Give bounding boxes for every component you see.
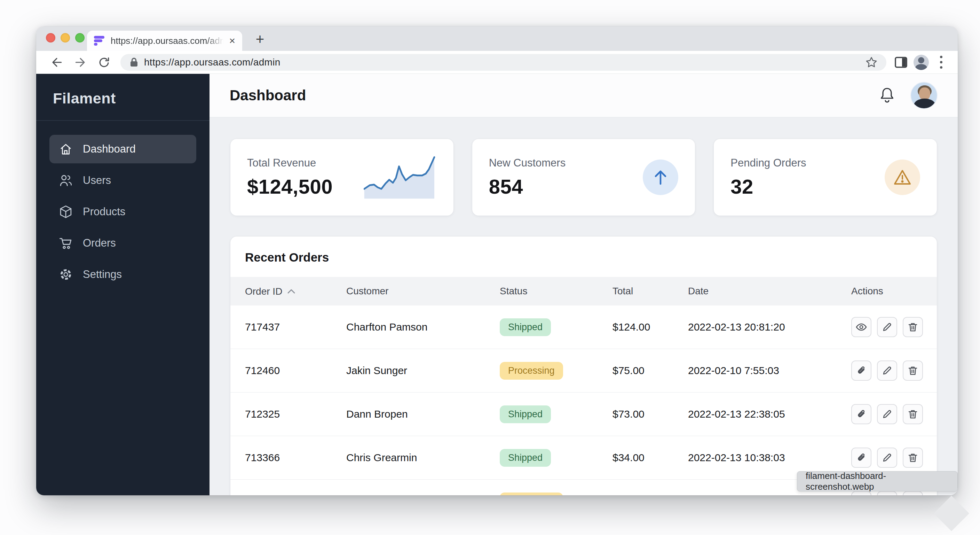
recent-orders-panel: Recent Orders Order ID Customer Status bbox=[231, 236, 937, 495]
trash-icon bbox=[907, 452, 918, 463]
edit-button[interactable] bbox=[877, 361, 897, 381]
column-header-customer[interactable]: Customer bbox=[346, 277, 500, 305]
total-cell: $39.00 bbox=[612, 480, 688, 496]
row-actions bbox=[851, 447, 937, 468]
page-title: Dashboard bbox=[230, 87, 306, 104]
forward-button[interactable] bbox=[70, 52, 91, 72]
browser-menu-icon[interactable] bbox=[935, 56, 947, 69]
close-window-button[interactable] bbox=[46, 33, 55, 43]
screen: https://app.oursaas.com/adm × + https://… bbox=[0, 0, 980, 535]
order-id-cell: 712325 bbox=[231, 393, 346, 436]
stat-value: 854 bbox=[489, 175, 566, 198]
date-cell: 2022-02-13 20:81:20 bbox=[688, 305, 851, 349]
column-header-status[interactable]: Status bbox=[500, 277, 612, 305]
tab-strip: https://app.oursaas.com/adm × + bbox=[36, 27, 958, 51]
status-badge: Processing bbox=[500, 492, 563, 496]
page-header: Dashboard bbox=[210, 74, 958, 117]
row-actions bbox=[851, 404, 937, 424]
sidebar-divider bbox=[36, 120, 210, 121]
delete-button[interactable] bbox=[903, 317, 923, 337]
paperclip-icon bbox=[856, 365, 867, 376]
table-row: 712460 Jakin Sunger Processing $75.00 20… bbox=[231, 349, 937, 393]
stat-label: Pending Orders bbox=[730, 157, 806, 169]
warning-icon bbox=[885, 160, 920, 195]
users-icon bbox=[59, 173, 73, 188]
new-tab-button[interactable]: + bbox=[252, 31, 268, 47]
side-panel-icon[interactable] bbox=[895, 57, 907, 68]
customer-cell: Charfton Pamson bbox=[346, 305, 500, 349]
user-avatar[interactable] bbox=[910, 82, 937, 109]
row-actions bbox=[851, 317, 937, 337]
stat-card-pending-orders: Pending Orders 32 bbox=[714, 139, 937, 216]
sidebar-item-orders[interactable]: Orders bbox=[49, 229, 196, 257]
stat-label: New Customers bbox=[489, 157, 566, 169]
sidebar-item-products[interactable]: Products bbox=[49, 198, 196, 226]
status-badge: Shipped bbox=[500, 449, 551, 467]
notifications-bell-icon[interactable] bbox=[879, 87, 895, 104]
sidebar-item-label: Settings bbox=[83, 268, 122, 281]
edit-button[interactable] bbox=[877, 404, 897, 424]
bookmark-star-icon[interactable] bbox=[865, 56, 877, 68]
sidebar-item-dashboard[interactable]: Dashboard bbox=[49, 135, 196, 163]
lock-icon[interactable] bbox=[129, 57, 138, 67]
stat-label: Total Revenue bbox=[247, 157, 333, 169]
column-header-actions: Actions bbox=[851, 277, 937, 305]
customer-cell: Jakin Sunger bbox=[346, 349, 500, 393]
pencil-icon bbox=[881, 452, 892, 463]
filename-tooltip: filament-dashboard-screenshot.webp bbox=[797, 471, 958, 492]
view-button[interactable] bbox=[851, 317, 872, 337]
total-cell: $124.00 bbox=[612, 305, 688, 349]
table-row: 717437 Charfton Pamson Shipped $124.00 2… bbox=[231, 305, 937, 349]
sidebar: Filament Dashboard Users Products Orders bbox=[36, 74, 210, 495]
stat-cards: Total Revenue $124,500 New Customers bbox=[231, 139, 937, 216]
delete-button[interactable] bbox=[903, 404, 923, 424]
column-header-order-id[interactable]: Order ID bbox=[231, 277, 346, 305]
url-text[interactable]: https://app.oursaas.com/admin bbox=[144, 57, 860, 68]
main-area: Dashboard Total Revenue $124,500 bbox=[210, 74, 958, 495]
zoom-window-button[interactable] bbox=[75, 33, 84, 43]
recent-orders-title: Recent Orders bbox=[231, 236, 937, 277]
close-tab-icon[interactable]: × bbox=[229, 35, 235, 46]
stat-value: 32 bbox=[730, 175, 806, 198]
app-logo: Filament bbox=[53, 90, 196, 107]
orders-table: Order ID Customer Status Total Date Acti… bbox=[231, 277, 937, 495]
paperclip-icon bbox=[856, 452, 867, 463]
sidebar-item-users[interactable]: Users bbox=[49, 166, 196, 195]
column-header-total[interactable]: Total bbox=[612, 277, 688, 305]
sort-ascending-icon bbox=[287, 285, 296, 296]
sidebar-item-label: Orders bbox=[83, 237, 116, 249]
corner-watermark bbox=[934, 496, 969, 531]
total-cell: $75.00 bbox=[612, 349, 688, 393]
sidebar-item-settings[interactable]: Settings bbox=[49, 260, 196, 289]
minimize-window-button[interactable] bbox=[60, 33, 70, 43]
delete-button[interactable] bbox=[903, 361, 923, 381]
browser-toolbar: https://app.oursaas.com/admin bbox=[36, 51, 958, 74]
browser-tab[interactable]: https://app.oursaas.com/adm × bbox=[87, 30, 242, 51]
browser-profile-avatar[interactable] bbox=[913, 55, 929, 70]
order-id-cell: 717437 bbox=[231, 305, 346, 349]
edit-button[interactable] bbox=[877, 447, 897, 468]
url-bar[interactable]: https://app.oursaas.com/admin bbox=[121, 54, 886, 71]
tab-title: https://app.oursaas.com/adm bbox=[111, 35, 223, 46]
order-id-cell: 712460 bbox=[231, 349, 346, 393]
box-icon bbox=[59, 204, 73, 219]
window-controls bbox=[46, 33, 84, 43]
back-button[interactable] bbox=[47, 52, 67, 72]
attachment-button[interactable] bbox=[851, 361, 872, 381]
status-badge: Shipped bbox=[500, 406, 551, 423]
pencil-icon bbox=[881, 321, 892, 333]
reload-button[interactable] bbox=[94, 52, 114, 72]
eye-icon bbox=[856, 321, 867, 333]
cart-icon bbox=[59, 236, 73, 251]
date-cell: 2022-02-13 22:38:05 bbox=[688, 393, 851, 436]
delete-button[interactable] bbox=[903, 447, 923, 468]
attachment-button[interactable] bbox=[851, 447, 872, 468]
browser-window: https://app.oursaas.com/adm × + https://… bbox=[36, 27, 958, 495]
stat-value: $124,500 bbox=[247, 175, 333, 198]
status-badge: Shipped bbox=[500, 318, 551, 336]
paperclip-icon bbox=[856, 409, 867, 420]
edit-button[interactable] bbox=[877, 317, 897, 337]
attachment-button[interactable] bbox=[851, 404, 872, 424]
gear-icon bbox=[59, 267, 73, 282]
column-header-date[interactable]: Date bbox=[688, 277, 851, 305]
